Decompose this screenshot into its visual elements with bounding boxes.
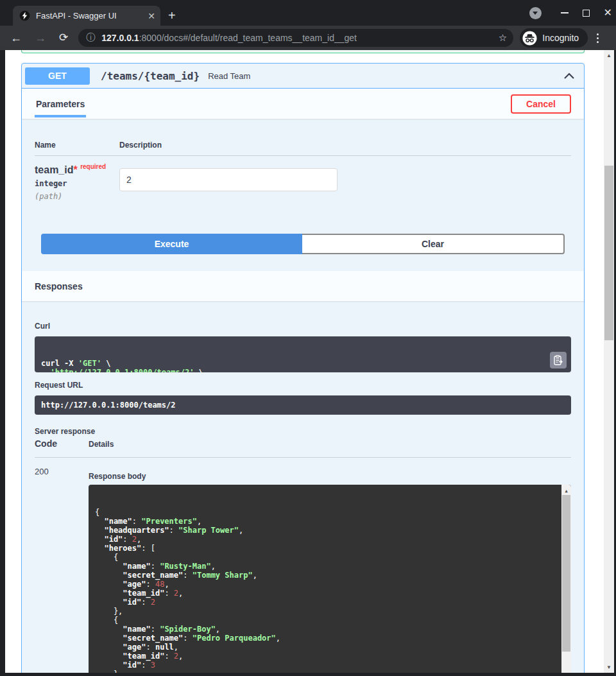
browser-toolbar: ← → ⟳ ⓘ 127.0.0.1:8000/docs#/default/rea… <box>0 26 616 50</box>
code-column-header: Code <box>35 438 89 449</box>
browser-menu-button[interactable] <box>597 33 599 43</box>
swagger-page: GET /teams/{team_id} Read Team Parameter… <box>5 50 614 673</box>
opblock-get-teams-team-id: GET /teams/{team_id} Read Team Parameter… <box>21 63 585 673</box>
browser-titlebar: FastAPI - Swagger UI ✕ + ✕ <box>0 0 616 26</box>
previous-opblock-edge <box>21 50 585 53</box>
page-scroll-up-icon[interactable]: ▲ <box>604 53 614 58</box>
method-badge: GET <box>25 67 90 85</box>
url-path: :8000/docs#/default/read_team_teams__tea… <box>139 33 357 43</box>
scroll-up-icon[interactable]: ▲ <box>561 487 571 496</box>
incognito-badge: Incognito <box>520 28 588 48</box>
response-body-label: Response body <box>89 472 571 481</box>
server-response-label: Server response <box>35 427 571 436</box>
response-body-json: { "name": "Preventers", "headquarters": … <box>89 485 571 673</box>
curl-command: curl -X 'GET' \ 'http://127.0.0.1:8000/t… <box>35 336 571 372</box>
parameter-type: integer <box>35 179 119 188</box>
opblock-summary[interactable]: GET /teams/{team_id} Read Team <box>22 64 584 89</box>
required-star: * <box>73 164 77 175</box>
incognito-spy-icon <box>522 31 537 46</box>
details-column-header: Details <box>89 440 114 449</box>
reload-button[interactable]: ⟳ <box>59 32 68 44</box>
page-info-icon[interactable]: ⓘ <box>86 32 95 44</box>
back-button[interactable]: ← <box>10 32 22 44</box>
responses-section-header: Responses <box>22 271 584 301</box>
tab-title: FastAPI - Swagger UI <box>36 11 144 21</box>
incognito-label: Incognito <box>542 33 579 43</box>
forward-button: → <box>35 32 46 44</box>
request-url-label: Request URL <box>35 381 571 390</box>
response-row: 200 Response body { "name": "Preventers"… <box>35 458 571 673</box>
parameters-table-header: Name Description <box>35 119 571 156</box>
new-tab-button[interactable]: + <box>168 8 176 22</box>
op-summary: Read Team <box>208 71 250 81</box>
window-minimize-button[interactable] <box>561 12 569 13</box>
server-response-table: Code Details 200 Response body { "name":… <box>35 438 571 673</box>
url-bar[interactable]: ⓘ 127.0.0.1:8000/docs#/default/read_team… <box>78 29 513 47</box>
parameter-row: team_id* required integer (path) <box>35 156 571 201</box>
execute-button[interactable]: Execute <box>41 234 302 254</box>
status-code: 200 <box>35 458 89 673</box>
response-scrollbar-thumb[interactable] <box>562 495 570 652</box>
tab-parameters[interactable]: Parameters <box>35 91 86 117</box>
description-column-header: Description <box>119 141 162 150</box>
url-text: 127.0.0.1:8000/docs#/default/read_team_t… <box>101 33 499 43</box>
cancel-button[interactable]: Cancel <box>511 94 571 114</box>
name-column-header: Name <box>35 141 119 150</box>
execute-row: Execute Clear <box>41 234 565 254</box>
tab-close-icon[interactable]: ✕ <box>148 12 155 21</box>
request-url-value: http://127.0.0.1:8000/teams/2 <box>35 395 571 415</box>
clipboard-icon <box>554 355 563 365</box>
window-close-button[interactable]: ✕ <box>604 8 612 18</box>
parameter-name: team_id* required <box>35 164 119 176</box>
bookmark-star-icon[interactable]: ☆ <box>499 32 507 44</box>
parameters-body: Name Description team_id* required integ… <box>22 119 584 254</box>
parameter-location: (path) <box>35 192 119 201</box>
team-id-input[interactable] <box>119 168 338 191</box>
responses-title: Responses <box>35 281 83 291</box>
response-body-scrollbar[interactable]: ▲ <box>561 485 571 673</box>
browser-tab[interactable]: FastAPI - Swagger UI ✕ <box>13 6 160 26</box>
tab-search-button[interactable] <box>529 7 542 19</box>
required-label: required <box>80 163 106 170</box>
responses-body: Curl curl -X 'GET' \ 'http://127.0.0.1:8… <box>22 301 584 673</box>
clear-button[interactable]: Clear <box>302 234 565 254</box>
url-host: 127.0.0.1 <box>101 33 139 43</box>
page-scrollbar-thumb[interactable] <box>604 166 613 340</box>
copy-to-clipboard-button[interactable] <box>550 352 567 368</box>
collapse-chevron-icon[interactable] <box>563 72 575 80</box>
parameters-section-header: Parameters Cancel <box>22 89 584 119</box>
curl-label: Curl <box>35 322 571 331</box>
fastapi-favicon-icon <box>19 10 30 21</box>
window-maximize-button[interactable] <box>583 10 590 17</box>
page-scroll-down-icon[interactable]: ▼ <box>604 664 614 670</box>
op-path: /teams/{team_id} <box>101 70 200 82</box>
page-scrollbar[interactable]: ▲ ▼ <box>604 50 614 673</box>
